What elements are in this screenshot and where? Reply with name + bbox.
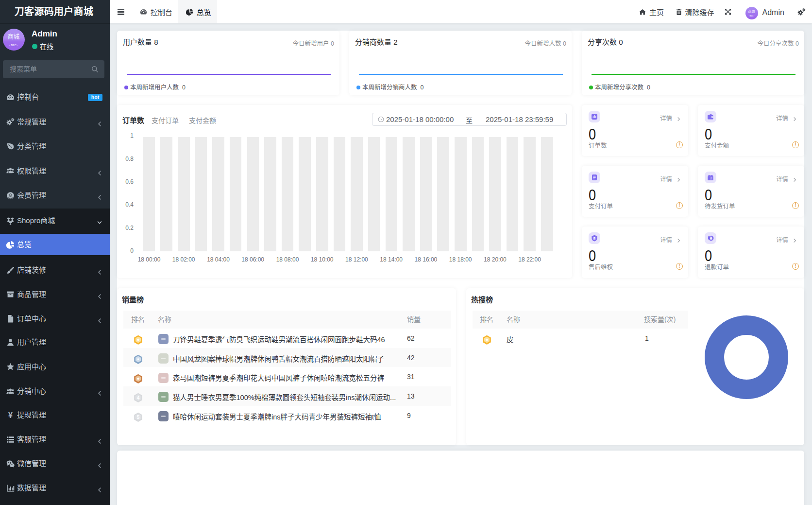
svg-text:¥: ¥ xyxy=(8,411,13,419)
svg-text:4: 4 xyxy=(137,396,140,401)
svg-text:5: 5 xyxy=(137,415,140,420)
